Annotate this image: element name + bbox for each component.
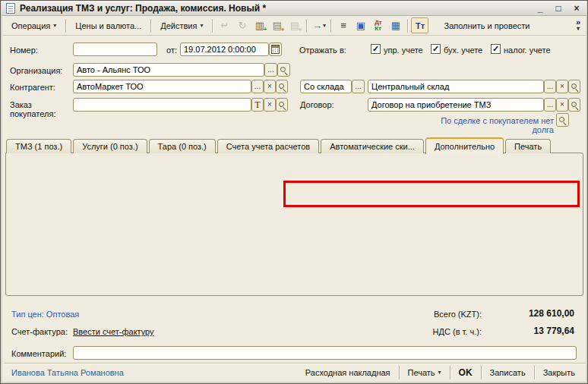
chevron-down-icon: ▾ [323,23,326,29]
ellipsis-button[interactable]: ... [544,80,556,93]
ellipsis-button[interactable]: ... [264,63,277,77]
magnifier-icon [279,102,284,107]
fill-and-post-button[interactable]: Заполнить и провести [438,18,536,33]
actions-menu-button[interactable]: Действия ▾ [154,18,209,33]
maximize-button[interactable]: □ [553,3,564,14]
window-title: Реализация ТМЗ и услуг: Продажа, комисси… [20,3,266,14]
organization-field[interactable]: Авто - Альянс ТОО [73,63,264,77]
bottom-button-bar: Расходная накладная Печать▾ OK Записать … [300,365,580,379]
clear-fill-icon[interactable]: ▤● [286,17,303,33]
go-to-icon[interactable]: →▾ [310,17,327,33]
magnifier-button[interactable] [277,63,290,77]
toolbar-separator [330,19,331,33]
ok-button[interactable]: OK [454,366,478,379]
toolbar-separator [65,19,66,33]
expense-invoice-label: Расходная накладная [305,368,390,377]
prices-currency-button[interactable]: Цены и валюта... [69,18,147,33]
button-separator [481,366,482,379]
tab-label: Тара (0 поз.) [158,142,207,151]
fill-by-document-icon[interactable]: ▤● [268,17,286,33]
prices-currency-label: Цены и валюта... [75,21,141,30]
customer-order-field[interactable] [73,98,251,112]
move-rows-icon[interactable]: ↵ [216,17,233,33]
calendar-button[interactable] [269,42,282,56]
counterparty-field[interactable]: АвтоМаркет ТОО [73,80,251,93]
magnifier-icon [559,117,564,122]
enter-invoice-link[interactable]: Ввести счет-фактуру [73,327,154,336]
button-separator [450,366,450,379]
toolbar-overflow-button[interactable]: » ▾ [576,19,583,32]
date-prefix-label: от: [166,46,177,55]
contract-field[interactable]: Договор на приобретение ТМЗ [368,98,544,112]
checkbox-book-accounting[interactable]: ✓ [431,44,441,54]
ellipsis-button[interactable]: ... [352,80,365,93]
toolbar-separator [150,19,151,33]
magnifier-button[interactable] [568,80,580,93]
toolbar: Операция ▾ Цены и валюта... Действия ▾ ↵… [3,16,585,36]
checkbox-management-accounting[interactable]: ✓ [371,44,381,54]
vat-label: НДС (в т. ч.): [396,327,482,336]
debt-status-link[interactable]: По сделке с покупателем нет долга [420,116,554,134]
row-list-icon[interactable]: ≡ [334,17,352,33]
ellipsis-button[interactable]: ... [251,80,264,93]
reflect-label: Отражать в: [299,46,346,55]
tab-automatic-discounts[interactable]: Автоматические ски... [321,139,424,153]
print-button[interactable]: Печать▾ [403,367,447,379]
tab-panel-additional [5,153,583,296]
tab-label: Услуги (0 поз.) [82,142,138,151]
status-user: Иванова Татьяна Романовна [11,368,124,377]
minimize-button[interactable]: _ [535,3,545,14]
save-button[interactable]: Записать [485,367,531,379]
tab-settlement-accounts[interactable]: Счета учета расчетов [217,139,319,153]
warehouse-mode-field[interactable]: Со склада [300,80,352,93]
close-button[interactable]: × [571,3,582,14]
tab-services[interactable]: Услуги (0 поз.) [73,139,147,153]
magnifier-button[interactable] [276,80,288,93]
document-window: Реализация ТМЗ и услуг: Продажа, комисси… [0,0,588,384]
clear-button[interactable]: × [556,98,568,112]
tab-label: Дополнительно [435,142,495,151]
clear-button[interactable]: × [556,80,568,93]
chevron-down-icon: ▾ [438,370,441,376]
dt-kt-icon[interactable]: ДтКт [369,17,387,33]
magnifier-button[interactable] [276,98,288,112]
magnifier-icon [571,83,577,89]
close-label: Закрыть [543,368,575,377]
price-type-link[interactable]: Тип цен: Оптовая [11,310,79,319]
totals-toggle-icon[interactable]: Тт [411,17,428,33]
toolbar-separator [212,19,213,33]
operation-menu-label: Операция [11,21,50,30]
magnifier-button[interactable] [556,113,569,127]
tab-label: Печать [514,142,542,151]
clear-button[interactable]: × [264,98,276,112]
tab-bar: ТМЗ (1 поз.) Услуги (0 поз.) Тара (0 поз… [6,137,552,153]
tab-print[interactable]: Печать [505,139,551,153]
tab-tmz[interactable]: ТМЗ (1 поз.) [6,139,71,153]
comment-field[interactable] [73,346,577,360]
ellipsis-button[interactable]: ... [544,98,556,112]
expense-invoice-button[interactable]: Расходная накладная [300,367,396,379]
refresh-rows-icon[interactable]: ↻ [233,17,251,33]
invoice-label: Счет-фактура: [11,327,68,336]
clear-button[interactable]: × [264,80,276,93]
organization-label: Организация: [10,66,62,75]
chevron-down-icon: ▾ [53,23,56,29]
number-field[interactable] [73,42,157,56]
date-field[interactable]: 19.07.2012 0:00:00 [180,42,269,56]
tab-tare[interactable]: Тара (0 поз.) [149,139,216,153]
tab-label: Автоматические ски... [330,142,415,151]
save-label: Записать [490,368,526,377]
print-label: Печать [408,368,435,377]
toolbar-separator [407,19,408,33]
list-settings-icon[interactable]: ▣ [352,17,369,33]
type-button[interactable]: T [251,98,264,112]
warehouse-field[interactable]: Центральный склад [368,80,544,93]
operation-menu-button[interactable]: Операция ▾ [5,18,62,33]
status-divider [4,363,586,364]
document-journal-icon[interactable]: ▦ [387,17,404,33]
checkbox-tax-accounting[interactable]: ✓ [491,44,501,54]
close-window-button[interactable]: Закрыть [538,367,580,379]
copy-rows-icon[interactable]: ▥+ [251,17,268,33]
tab-additional[interactable]: Дополнительно [425,137,504,154]
magnifier-button[interactable] [568,98,580,112]
